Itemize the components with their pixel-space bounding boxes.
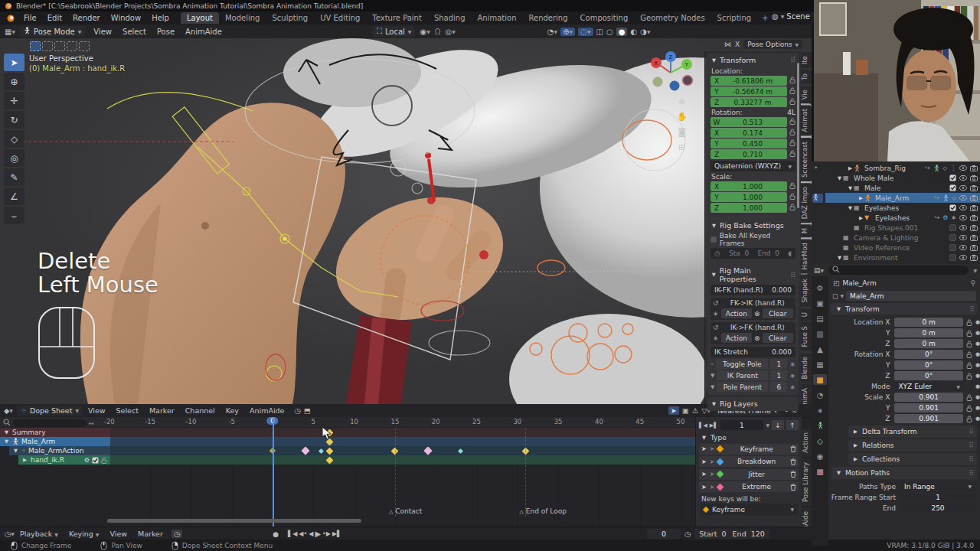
play-reverse-icon[interactable]: ◀ — [309, 530, 313, 537]
copy-down-icon[interactable]: ↓ — [772, 420, 784, 430]
lock-icon[interactable] — [966, 373, 972, 380]
jump-to-start-icon[interactable]: ▌◀ — [288, 530, 297, 537]
lock-icon[interactable] — [789, 182, 795, 191]
play-icon[interactable]: ▶ — [315, 530, 321, 538]
select-mode-select-box[interactable] — [42, 41, 53, 51]
marker-label-end-of-loop[interactable]: △End of Loop — [519, 507, 566, 515]
lock-icon[interactable] — [789, 150, 795, 158]
playback-menu-marker[interactable]: Marker — [132, 530, 168, 538]
npanel-tab-blende[interactable]: Blende — [800, 353, 812, 383]
workspace-tab-shading[interactable]: Shading — [428, 12, 472, 24]
properties-tab-scene[interactable]: ▲ — [813, 344, 827, 354]
lock-icon[interactable] — [966, 319, 972, 326]
chevron-down-icon[interactable]: ▼ — [973, 268, 977, 273]
workspace-tab-layout[interactable]: Layout — [181, 12, 219, 24]
visibility-eye-icon[interactable] — [959, 215, 967, 220]
tool-scale[interactable]: ◇ — [4, 130, 24, 148]
tool-select-box[interactable]: ➤ — [4, 54, 24, 71]
playhead-line[interactable] — [273, 417, 274, 527]
npanel-tab-vie[interactable]: Vie — [800, 86, 812, 103]
section-relations[interactable]: ▶Relations⠿ — [848, 439, 977, 452]
tool-annotate[interactable]: ✎ — [4, 168, 24, 186]
property-field[interactable]: 0 m — [894, 339, 963, 348]
object-name-field[interactable]: Male_Arm — [846, 291, 976, 301]
select-cursor-icon[interactable]: ➤ — [701, 484, 707, 491]
frame-range-start-field[interactable]: 1 — [900, 493, 975, 502]
pivot-point-dropdown[interactable]: ◉▼ — [420, 28, 430, 36]
deselect-cursor-icon[interactable]: ➤ — [710, 458, 715, 465]
deselect-cursor-icon[interactable]: ➤ — [710, 445, 715, 452]
properties-search-input[interactable] — [828, 266, 969, 275]
chevron-down-icon[interactable]: ▼ — [710, 373, 714, 379]
playback-menu-playback[interactable]: Playback▼ — [15, 530, 64, 538]
scale-z-field[interactable]: Z1.000 — [710, 203, 787, 213]
next-keyframe-icon[interactable]: •▶ — [322, 530, 331, 537]
animate-dot[interactable]: ● — [975, 405, 980, 411]
lock-icon[interactable] — [966, 341, 972, 347]
frame-range-end-field[interactable]: 250 — [900, 504, 975, 513]
horizontal-scrollbar[interactable] — [107, 519, 361, 523]
lock-icon[interactable] — [966, 405, 972, 412]
outliner-row-rig-shapes-001[interactable]: ▦Rig Shapes.001 — [825, 223, 980, 233]
lock-icon[interactable] — [789, 193, 795, 201]
expand-icon[interactable]: ▼ — [836, 255, 843, 261]
npanel-tab-shapek[interactable]: Shapek — [800, 275, 812, 307]
checkbox-empty-icon[interactable] — [949, 224, 956, 231]
property-field[interactable]: 0.901 — [894, 393, 963, 402]
grid-ortho-icon[interactable]: ⊞ — [677, 142, 688, 152]
npanel-tab-to[interactable]: To — [800, 70, 812, 84]
action-button[interactable]: Action — [721, 308, 752, 318]
channel-checkbox-icon[interactable] — [92, 457, 99, 464]
jump-next-keyframe-icon[interactable]: ▶▌ — [710, 422, 718, 429]
transform-section-header[interactable]: ▼Transform⠿ — [831, 303, 978, 315]
collapse-icon[interactable]: ▼ — [710, 272, 717, 278]
marker-label-contact[interactable]: △Contact — [389, 507, 422, 515]
editor-type-icon[interactable]: ▤▼ — [814, 266, 824, 274]
snap-magnet-icon[interactable]: Ω — [435, 28, 441, 36]
collapse-icon[interactable]: ▼ — [710, 223, 717, 229]
workspace-tab-rendering[interactable]: Rendering — [522, 12, 573, 24]
playback-menu-keying[interactable]: Keying▼ — [64, 530, 105, 538]
visibility-eye-icon[interactable] — [959, 165, 967, 171]
properties-tab-armature[interactable] — [813, 420, 827, 431]
camera-render-icon[interactable] — [970, 255, 978, 261]
rotation-mode-dropdown[interactable]: Quaternion (WXYZ)▼ — [710, 161, 795, 171]
scale-x-field[interactable]: X1.000 — [710, 181, 787, 191]
trash-icon[interactable] — [790, 484, 796, 491]
rotation-lock-badge[interactable]: 4L — [787, 109, 795, 116]
keytype-row-breakdown[interactable]: ➤➤Breakdown — [699, 456, 799, 467]
auto-keying-icon[interactable]: ◷ — [172, 530, 182, 538]
lock-icon[interactable] — [789, 77, 795, 85]
bake-range-row[interactable]: ◷ Sta 0 End 0 ◖ — [710, 248, 795, 259]
dope-tab-action[interactable]: Action — [801, 429, 812, 457]
keytype-row-jitter[interactable]: ➤➤Jitter — [699, 469, 799, 480]
expand-icon[interactable]: ▼ — [847, 205, 854, 211]
navigation-gizmo[interactable]: X Z Y — [647, 49, 694, 95]
workspace-tab-animation[interactable]: Animation — [472, 12, 523, 24]
channel-search-input[interactable] — [13, 419, 87, 427]
expand-icon[interactable]: ▶ — [21, 457, 28, 463]
chevron-down-icon[interactable]: ▼ — [840, 293, 844, 298]
property-field[interactable]: 0.901 — [894, 414, 963, 423]
prev-keyframe-icon[interactable]: ◀• — [299, 530, 307, 537]
action-button[interactable]: Action — [721, 333, 752, 343]
deselect-cursor-icon[interactable]: ➤ — [710, 484, 715, 491]
location-x-field[interactable]: X-0.61806 m — [710, 76, 787, 86]
rotation-x-field[interactable]: X0.174 — [710, 128, 787, 138]
visibility-eye-icon[interactable] — [959, 195, 967, 201]
expand-icon[interactable]: ▼ — [3, 429, 10, 435]
keytype-row-keyframe[interactable]: ➤➤Keyframe — [699, 444, 799, 455]
editor-type-icon[interactable]: ▦▼ — [5, 28, 15, 36]
pin-icon[interactable]: ⚲ — [970, 279, 975, 287]
rotation-w-field[interactable]: W0.513 — [710, 117, 787, 127]
menu-file[interactable]: File — [18, 14, 42, 22]
visibility-eye-icon[interactable] — [959, 245, 967, 250]
properties-tab-object[interactable]: ■ — [813, 374, 827, 385]
frame-range-group[interactable]: Start 0 End 120 — [694, 529, 769, 539]
animate-dot[interactable]: ● — [975, 394, 980, 400]
properties-tab-view-layer[interactable]: ▥ — [813, 328, 827, 339]
clear-button[interactable]: Clear — [763, 308, 793, 318]
outliner-row-male-arm[interactable]: ▶Male_Arm↪◇ — [825, 193, 980, 203]
record-icon[interactable]: ● — [273, 530, 279, 538]
normalize-icon[interactable]: ↔ — [89, 420, 94, 427]
